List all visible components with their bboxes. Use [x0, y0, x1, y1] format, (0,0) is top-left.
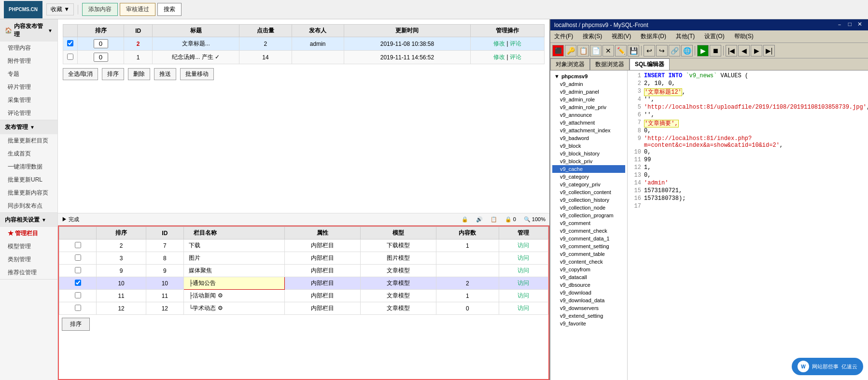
tb-btn-4[interactable]: 📄: [590, 45, 602, 56]
cat-row-checkbox-3[interactable]: [75, 267, 81, 273]
add-content-button[interactable]: 添加内容: [82, 3, 118, 16]
db-item-v9-block-history[interactable]: v9_block_history: [552, 150, 625, 157]
close-button[interactable]: ✕: [855, 21, 864, 29]
db-item-phpcmsv9[interactable]: ▼ phpcmsv9: [552, 72, 625, 80]
cat-row-checkbox-2[interactable]: [75, 254, 81, 261]
cat-row-action-2[interactable]: 访问: [499, 252, 548, 265]
db-item-v9-category-priv[interactable]: v9_category_priv: [552, 181, 625, 188]
category-sort-button[interactable]: 排序: [62, 318, 90, 331]
db-item-v9-collection-node[interactable]: v9_collection_node: [552, 204, 625, 211]
db-item-v9-announce[interactable]: v9_announce: [552, 111, 625, 119]
approve-button[interactable]: 审核通过: [120, 3, 155, 16]
db-item-v9-badword[interactable]: v9_badword: [552, 134, 625, 142]
bookmark-button[interactable]: 收藏 ▼: [46, 3, 74, 15]
sidebar-item-gen-homepage[interactable]: 生成首页: [0, 147, 57, 160]
sidebar-item-batch-update-content[interactable]: 批量更新内容页: [0, 186, 57, 199]
tb-btn-11[interactable]: 🌐: [681, 45, 693, 56]
db-item-v9-block[interactable]: v9_block: [552, 142, 625, 150]
sidebar-item-manage-category[interactable]: ★ 管理栏目: [0, 227, 57, 240]
sidebar-item-crawl[interactable]: 采集管理: [0, 94, 57, 107]
db-item-v9-block-priv[interactable]: v9_block_priv: [552, 157, 625, 165]
stop-button[interactable]: ⬛: [552, 45, 564, 56]
row-sort-1[interactable]: [78, 37, 124, 51]
db-item-v9-attachment[interactable]: v9_attachment: [552, 119, 625, 127]
sidebar-section-header-settings[interactable]: 内容相关设置▼: [0, 213, 57, 227]
db-item-v9-dbsource[interactable]: v9_dbsource: [552, 281, 625, 289]
tb-btn-5[interactable]: ✕: [602, 45, 614, 56]
sidebar-item-comment[interactable]: 评论管理: [0, 107, 57, 120]
sort-button[interactable]: 排序: [102, 68, 124, 80]
db-item-v9-datacall[interactable]: v9_datacall: [552, 273, 625, 281]
tb-btn-8[interactable]: ↩: [644, 45, 655, 56]
sql-editor[interactable]: 1 INSERT INTO `v9_news` VALUES ( 2 2, 10…: [628, 70, 868, 380]
tab-object-browser[interactable]: 对象浏览器: [550, 58, 590, 70]
menu-view[interactable]: 视图(V): [610, 31, 633, 42]
menu-database[interactable]: 数据库(D): [639, 31, 668, 42]
delete-button[interactable]: 删除: [128, 68, 150, 80]
menu-settings[interactable]: 设置(O): [702, 31, 726, 42]
cat-row-checkbox-4[interactable]: [75, 280, 81, 286]
cat-row-action-1[interactable]: 访问: [499, 239, 548, 252]
sidebar-item-model-manage[interactable]: 模型管理: [0, 240, 57, 253]
db-item-v9-admin-panel[interactable]: v9_admin_panel: [552, 88, 625, 96]
db-item-v9-collection-program[interactable]: v9_collection_program: [552, 211, 625, 219]
tb-btn-3[interactable]: 📋: [577, 45, 589, 56]
db-item-v9-download-data[interactable]: v9_download_data: [552, 296, 625, 304]
menu-file[interactable]: 文件(F): [552, 31, 575, 42]
db-item-v9-comment-check[interactable]: v9_comment_check: [552, 227, 625, 235]
prev-button[interactable]: ◀: [738, 45, 750, 56]
db-item-v9-cache[interactable]: v9_cache: [552, 165, 625, 173]
tb-btn-7[interactable]: 💾: [628, 45, 639, 56]
db-item-v9-comment[interactable]: v9_comment: [552, 219, 625, 227]
select-all-button[interactable]: 全选/取消: [63, 68, 98, 80]
db-item-v9-collection-history[interactable]: v9_collection_history: [552, 196, 625, 204]
row-checkbox-1[interactable]: [63, 37, 78, 51]
sidebar-item-batch-update-url[interactable]: 批量更新URL: [0, 173, 57, 186]
menu-other[interactable]: 其他(T): [674, 31, 697, 42]
row-sort-2[interactable]: [78, 51, 124, 64]
push-button[interactable]: 推送: [154, 68, 176, 80]
sidebar-item-fragment[interactable]: 碎片管理: [0, 81, 57, 94]
db-item-v9-category[interactable]: v9_category: [552, 173, 625, 181]
db-item-v9-favorite[interactable]: v9_favorite: [552, 320, 625, 327]
tb-btn-13[interactable]: ⏹: [710, 45, 721, 56]
row-checkbox-2[interactable]: [63, 51, 78, 64]
db-item-v9-attachment-index[interactable]: v9_attachment_index: [552, 127, 625, 134]
menu-search[interactable]: 搜索(S): [581, 31, 604, 42]
cat-row-action-5[interactable]: 访问: [499, 290, 548, 302]
db-item-v9-collection-content[interactable]: v9_collection_content: [552, 188, 625, 196]
db-item-v9-admin[interactable]: v9_admin: [552, 80, 625, 88]
tb-btn-10[interactable]: 🔗: [669, 45, 680, 56]
minimize-button[interactable]: －: [835, 21, 844, 29]
next-button[interactable]: ▶: [751, 45, 762, 56]
db-item-v9-copyfrom[interactable]: v9_copyfrom: [552, 266, 625, 273]
sidebar-section-header-publish[interactable]: 发布管理▼: [0, 120, 57, 134]
cat-row-checkbox-1[interactable]: [75, 242, 81, 248]
tb-btn-6[interactable]: ✏️: [615, 45, 627, 56]
search-button[interactable]: 搜索: [157, 3, 182, 16]
cat-row-action-3[interactable]: 访问: [499, 265, 548, 277]
db-item-v9-comment-setting[interactable]: v9_comment_setting: [552, 242, 625, 250]
batch-move-button[interactable]: 批量移动: [180, 68, 214, 80]
sidebar-item-type-manage[interactable]: 类别管理: [0, 253, 57, 266]
db-item-v9-admin-role-priv[interactable]: v9_admin_role_priv: [552, 103, 625, 111]
sidebar-item-clear-data[interactable]: 一键清理数据: [0, 160, 57, 173]
cat-row-action-6[interactable]: 访问: [499, 302, 548, 315]
sidebar-item-recommend-manage[interactable]: 推荐位管理: [0, 266, 57, 279]
db-item-v9-content-check[interactable]: v9_content_check: [552, 258, 625, 266]
cat-row-checkbox-6[interactable]: [75, 305, 81, 311]
tb-btn-2[interactable]: 🔑: [565, 45, 576, 56]
run-button[interactable]: ▶: [697, 45, 709, 56]
cat-row-action-4[interactable]: 访问: [499, 277, 548, 290]
cat-row-checkbox-5[interactable]: [75, 292, 81, 298]
sidebar-item-batch-update-category[interactable]: 批量更新栏目页: [0, 134, 57, 147]
db-item-v9-admin-role[interactable]: v9_admin_role: [552, 96, 625, 103]
sidebar-item-attachment[interactable]: 附件管理: [0, 55, 57, 68]
tb-btn-9[interactable]: ↪: [656, 45, 668, 56]
db-item-v9-downservers[interactable]: v9_downservers: [552, 304, 625, 312]
sidebar-item-topic[interactable]: 专题: [0, 68, 57, 81]
sidebar-item-manage-content[interactable]: 管理内容: [0, 42, 57, 55]
tab-sql-editor[interactable]: SQL编辑器: [630, 58, 670, 70]
last-button[interactable]: ▶|: [763, 45, 775, 56]
db-item-v9-download[interactable]: v9_download: [552, 289, 625, 296]
